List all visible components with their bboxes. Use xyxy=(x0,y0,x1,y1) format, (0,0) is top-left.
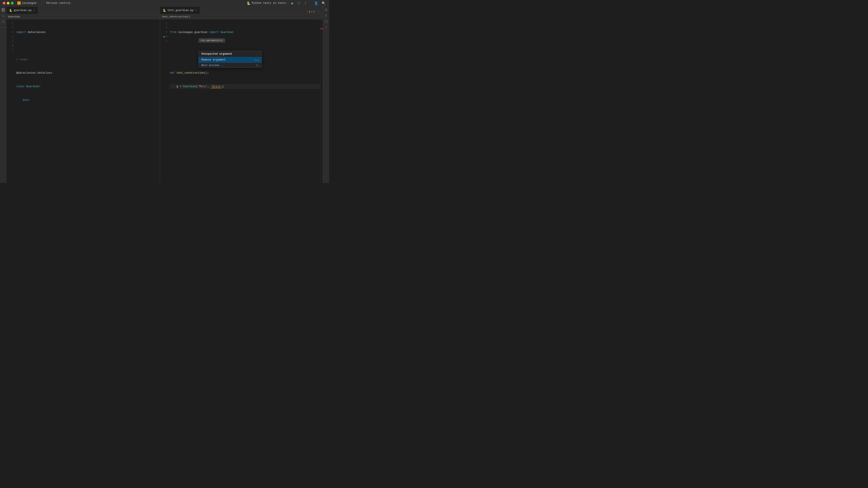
no-params-popup: <no parameters> xyxy=(198,38,225,42)
project-icon: 🟧 xyxy=(17,1,21,5)
no-params-text: <no parameters> xyxy=(200,39,223,42)
right-sidebar-icon-3[interactable] xyxy=(324,19,329,24)
activity-icon-files[interactable] xyxy=(0,7,6,13)
right-sidebar-icon-4[interactable] xyxy=(324,25,329,30)
quickfix-actions: More actions... ⌥↵ xyxy=(199,63,261,68)
warning-count: 1 xyxy=(313,10,315,13)
tab-test-guardian-py[interactable]: 🐍 test_guardian.py × xyxy=(160,7,200,14)
left-tab-bar: 🐍 guardian.py × xyxy=(6,6,160,14)
activity-icon-bookmarks[interactable] xyxy=(0,19,6,24)
right-code-line-1: from laxleague.guardian import Guardian xyxy=(170,30,323,35)
code-line-7 xyxy=(16,111,160,116)
code-line-1: import dataclasses xyxy=(16,30,160,35)
right-code-line-5: g = Guardian ( 'Mary' , 'Alice' ) xyxy=(170,84,323,89)
maximize-button[interactable] xyxy=(11,2,13,4)
quickfix-shortcut: ⌥⇧↵ xyxy=(254,59,259,61)
project-label: laxleague xyxy=(22,2,36,5)
code-line-5: class Guardian: xyxy=(16,84,160,89)
quickfix-more-icon[interactable]: ⋮ xyxy=(256,53,259,56)
run-test-gutter[interactable]: ▶ xyxy=(164,35,165,39)
left-code-content[interactable]: import dataclasses 2 usages @dataclasses… xyxy=(16,19,160,127)
warning-icon: ⚡ xyxy=(311,10,313,13)
left-line-numbers: 1 2 3 4 5 6 7 xyxy=(6,19,16,55)
user-icon[interactable]: 👤 xyxy=(313,1,319,5)
tab-icon-test-guardian: 🐍 xyxy=(163,9,166,12)
tab-actions: ⚠ 2 ⚡ 1 ⋮ xyxy=(306,9,323,14)
run-config-dropdown: ▾ xyxy=(287,2,289,4)
right-code-line-2 xyxy=(170,43,323,48)
project-name[interactable]: 🟧 laxleague ▾ xyxy=(17,1,39,5)
split-editor-btn[interactable]: ⋮ xyxy=(316,9,321,14)
debug-button[interactable]: ⬡ xyxy=(297,1,301,5)
split-container: 🐍 guardian.py × Guardian 1 2 3 4 5 xyxy=(6,6,323,183)
right-breadcrumb: test_construction() xyxy=(160,14,323,19)
minimize-button[interactable] xyxy=(7,2,9,4)
errors-badge: ⚠ 2 ⚡ 1 xyxy=(306,10,315,13)
project-dropdown-icon: ▾ xyxy=(37,2,39,4)
activity-icon-search[interactable] xyxy=(0,13,6,19)
code-line-3: 2 usages xyxy=(16,57,160,62)
titlebar: 🟧 laxleague ▾ Version control ▾ 🐍 Python… xyxy=(0,0,329,6)
left-editor-scroll[interactable]: 1 2 3 4 5 6 7 import dataclasses 2 usage… xyxy=(6,19,160,183)
vcs-dropdown-icon: ▾ xyxy=(71,2,73,4)
editor-area: 🐍 guardian.py × Guardian 1 2 3 4 5 xyxy=(6,6,323,183)
svg-line-5 xyxy=(4,16,4,17)
quickfix-title: Unexpected argument xyxy=(202,53,232,56)
right-sidebar-icon-2[interactable] xyxy=(324,13,329,18)
window-controls xyxy=(3,2,13,4)
right-editor-scroll[interactable]: 1 2 3 ▶4 5 from laxleague.guardian xyxy=(160,19,323,183)
right-editor-pane: 🐍 test_guardian.py × ⚠ 2 ⚡ 1 ⋮ xyxy=(160,6,323,183)
close-button[interactable] xyxy=(3,2,5,4)
run-config-label: Python tests in tests xyxy=(252,2,286,5)
error-count: 2 xyxy=(309,10,310,13)
run-button[interactable]: ▶ xyxy=(290,1,295,5)
code-line-6: pass xyxy=(16,98,160,102)
error-icon: ⚠ xyxy=(307,10,308,13)
tab-close-test-guardian[interactable]: × xyxy=(195,9,197,12)
quickfix-popup[interactable]: Unexpected argument ⋮ Remove argument ⌥⇧… xyxy=(198,51,262,68)
breadcrumb-item-guardian: Guardian xyxy=(8,15,20,18)
svg-rect-32 xyxy=(325,20,327,23)
more-actions-shortcut: ⌥↵ xyxy=(256,64,259,67)
vcs-label: Version control xyxy=(46,2,70,5)
code-line-4: @dataclasses.dataclass xyxy=(16,71,160,75)
tab-label-guardian: guardian.py xyxy=(14,9,32,12)
vcs-control[interactable]: Version control ▾ xyxy=(46,2,73,5)
run-config-icon: 🐍 xyxy=(247,1,250,5)
activity-icon-more[interactable]: ··· xyxy=(0,25,6,30)
right-scrollbar[interactable] xyxy=(320,19,323,183)
quickfix-header: Unexpected argument ⋮ xyxy=(199,51,261,57)
search-icon[interactable]: 🔍 xyxy=(321,1,327,5)
run-config[interactable]: 🐍 Python tests in tests ▾ xyxy=(247,1,289,5)
left-breadcrumb: Guardian xyxy=(6,14,160,19)
more-actions-label[interactable]: More actions... xyxy=(202,64,224,67)
tab-guardian-py[interactable]: 🐍 guardian.py × xyxy=(6,7,38,14)
quickfix-item-label: Remove argument xyxy=(202,58,226,61)
tab-icon-guardian: 🐍 xyxy=(9,9,12,12)
quickfix-item-remove[interactable]: Remove argument ⌥⇧↵ xyxy=(199,57,261,63)
left-editor-pane: 🐍 guardian.py × Guardian 1 2 3 4 5 xyxy=(6,6,160,183)
right-line-numbers: 1 2 3 ▶4 5 xyxy=(160,19,169,45)
breadcrumb-item-test: test_construction() xyxy=(162,15,190,18)
right-sidebar xyxy=(323,6,329,183)
activity-bar: ··· xyxy=(0,6,6,183)
tab-close-guardian[interactable]: × xyxy=(33,9,35,12)
test-check-gutter: ✓ xyxy=(171,14,173,18)
code-line-2 xyxy=(16,43,160,48)
error-scroll-marker xyxy=(320,28,323,29)
tab-label-test-guardian: test_guardian.py xyxy=(167,9,193,12)
more-run-options[interactable]: ⋮ xyxy=(303,1,308,5)
right-code-line-4: def test_construction (): xyxy=(170,71,323,75)
right-sidebar-icon-1[interactable] xyxy=(324,7,329,12)
right-tab-bar: 🐍 test_guardian.py × ⚠ 2 ⚡ 1 ⋮ xyxy=(160,6,323,14)
